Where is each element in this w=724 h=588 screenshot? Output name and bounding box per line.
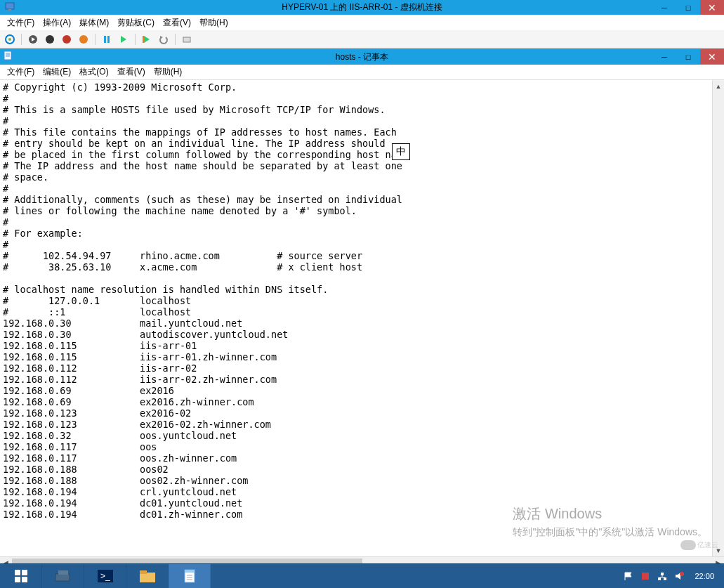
- reset-button[interactable]: [117, 32, 131, 46]
- svg-marker-14: [160, 36, 163, 39]
- notepad-close-button[interactable]: ✕: [700, 49, 724, 64]
- notepad-menu-edit[interactable]: 编辑(E): [39, 65, 75, 79]
- scroll-up-arrow[interactable]: ▲: [713, 80, 724, 92]
- svg-rect-15: [183, 37, 190, 42]
- menu-clipboard[interactable]: 剪贴板(C): [113, 15, 159, 30]
- notepad-maximize-button[interactable]: □: [676, 49, 700, 64]
- vm-window-title: HYPERV-01 上的 IIS-ARR-01 - 虚拟机连接: [282, 1, 442, 13]
- explorer-button[interactable]: [126, 564, 169, 588]
- checkpoint-button[interactable]: [140, 32, 154, 46]
- vm-connection-titlebar: HYPERV-01 上的 IIS-ARR-01 - 虚拟机连接 ─ □ ✕: [0, 0, 724, 15]
- menu-media[interactable]: 媒体(M): [75, 15, 113, 30]
- svg-rect-31: [185, 570, 195, 573]
- menu-view[interactable]: 查看(V): [159, 15, 195, 30]
- tray-volume-icon[interactable]: [673, 570, 685, 582]
- clock-time: 22:00: [695, 572, 714, 581]
- tray-flag-icon[interactable]: [623, 570, 634, 582]
- taskbar-clock[interactable]: 22:00: [690, 572, 718, 581]
- start-menu-button[interactable]: [0, 564, 42, 588]
- vm-icon: [4, 1, 15, 15]
- svg-rect-25: [58, 570, 68, 575]
- notepad-editor-wrapper: # Copyright (c) 1993-2009 Microsoft Corp…: [0, 80, 724, 556]
- svg-text:>_: >_: [100, 571, 110, 581]
- revert-button[interactable]: [157, 32, 171, 46]
- menu-help[interactable]: 帮助(H): [195, 15, 232, 30]
- svg-marker-11: [121, 36, 126, 43]
- notepad-menu-view[interactable]: 查看(V): [113, 65, 150, 79]
- notepad-minimize-button[interactable]: ─: [652, 49, 676, 64]
- svg-rect-24: [55, 574, 70, 581]
- ime-indicator: 中: [392, 143, 410, 160]
- svg-rect-38: [664, 577, 666, 580]
- enhanced-button[interactable]: [180, 32, 194, 46]
- svg-rect-20: [15, 570, 20, 575]
- menu-action[interactable]: 操作(A): [39, 15, 75, 30]
- vertical-scrollbar[interactable]: ▲ ▼: [712, 80, 724, 556]
- cloud-watermark-text: 亿速云: [697, 540, 718, 550]
- taskbar: >_ 22:00: [0, 563, 724, 588]
- notepad-menu-file[interactable]: 文件(F): [3, 65, 39, 79]
- svg-rect-36: [661, 573, 664, 575]
- svg-rect-22: [15, 577, 20, 582]
- svg-rect-0: [6, 3, 14, 9]
- svg-rect-35: [642, 573, 649, 580]
- svg-rect-10: [107, 36, 110, 43]
- pause-button[interactable]: [100, 32, 114, 46]
- shutdown-button[interactable]: [60, 32, 74, 46]
- turnoff-button[interactable]: [43, 32, 57, 46]
- separator: [21, 34, 22, 45]
- svg-rect-16: [4, 51, 11, 60]
- powershell-button[interactable]: >_: [84, 564, 126, 588]
- scroll-track[interactable]: [713, 92, 724, 544]
- svg-rect-1: [8, 9, 11, 11]
- notepad-titlebar: hosts - 记事本 ─ □ ✕: [0, 49, 724, 65]
- svg-point-6: [46, 35, 54, 44]
- separator: [135, 34, 136, 45]
- svg-marker-12: [144, 36, 150, 43]
- svg-point-8: [79, 35, 88, 44]
- svg-rect-9: [104, 36, 106, 43]
- separator: [175, 34, 176, 45]
- svg-rect-28: [140, 573, 155, 582]
- ctrl-alt-del-button[interactable]: [3, 32, 17, 46]
- svg-point-3: [8, 38, 11, 41]
- system-tray: 22:00: [617, 564, 724, 588]
- close-button[interactable]: ✕: [700, 0, 724, 15]
- separator: [95, 34, 96, 45]
- svg-point-7: [62, 35, 71, 44]
- menu-file[interactable]: 文件(F): [3, 15, 39, 30]
- tray-security-icon[interactable]: [640, 570, 651, 582]
- start-button[interactable]: [26, 32, 40, 46]
- vm-toolbar: [0, 30, 724, 48]
- cloud-icon: [680, 540, 696, 550]
- svg-point-42: [680, 572, 684, 576]
- notepad-icon: [3, 51, 13, 63]
- notepad-menu-format[interactable]: 格式(O): [75, 65, 112, 79]
- svg-rect-21: [22, 570, 27, 575]
- notepad-title: hosts - 记事本: [336, 51, 388, 63]
- notepad-menu-help[interactable]: 帮助(H): [150, 65, 187, 79]
- notepad-text-area[interactable]: # Copyright (c) 1993-2009 Microsoft Corp…: [0, 80, 712, 556]
- notepad-task-button[interactable]: [169, 564, 211, 588]
- notepad-menu-bar: 文件(F) 编辑(E) 格式(O) 查看(V) 帮助(H): [0, 65, 724, 80]
- save-button[interactable]: [77, 32, 91, 46]
- tray-network-icon[interactable]: [657, 570, 668, 582]
- svg-rect-23: [22, 577, 27, 582]
- svg-rect-29: [140, 570, 147, 574]
- vm-menu-bar: 文件(F) 操作(A) 媒体(M) 剪贴板(C) 查看(V) 帮助(H): [0, 15, 724, 30]
- cloud-watermark: 亿速云: [680, 540, 718, 550]
- svg-rect-37: [658, 577, 661, 580]
- svg-marker-41: [676, 573, 680, 580]
- svg-rect-13: [143, 36, 144, 43]
- server-manager-button[interactable]: [42, 564, 84, 588]
- minimize-button[interactable]: ─: [652, 0, 676, 15]
- maximize-button[interactable]: □: [676, 0, 700, 15]
